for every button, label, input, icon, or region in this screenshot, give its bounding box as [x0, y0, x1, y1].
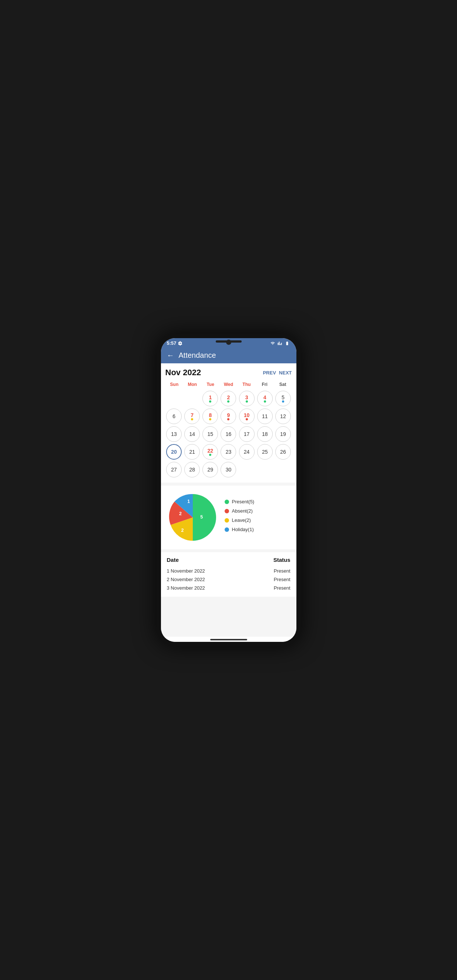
day-circle-16[interactable]: 16: [221, 426, 236, 442]
day-cell-20[interactable]: 20: [165, 443, 183, 460]
day-circle-13[interactable]: 13: [166, 426, 182, 442]
day-cell-11[interactable]: 11: [256, 408, 273, 425]
day-circle-17[interactable]: 17: [239, 426, 255, 442]
day-circle-27[interactable]: 27: [166, 462, 182, 477]
day-circle-21[interactable]: 21: [184, 444, 200, 460]
day-cell-4[interactable]: 4: [256, 390, 273, 407]
month-title: Nov 2022: [165, 368, 201, 377]
day-cell-2[interactable]: 2: [220, 390, 237, 407]
day-cell-17[interactable]: 17: [238, 426, 255, 442]
day-dot-5: [282, 400, 284, 402]
day-number-14: 14: [189, 431, 195, 437]
day-number-16: 16: [226, 431, 232, 437]
day-cell-12[interactable]: 12: [274, 408, 292, 425]
day-cell-19[interactable]: 19: [274, 426, 292, 442]
camera-notch: [226, 340, 231, 345]
day-cell-21[interactable]: 21: [184, 443, 201, 460]
day-cell-18[interactable]: 18: [256, 426, 273, 442]
day-cell-28[interactable]: 28: [184, 461, 201, 478]
day-number-2: 2: [227, 395, 230, 400]
next-button[interactable]: NEXT: [279, 370, 292, 375]
day-circle-14[interactable]: 14: [184, 426, 200, 442]
day-circle-6[interactable]: 6: [166, 409, 182, 424]
day-circle-4[interactable]: 4: [257, 391, 273, 406]
day-cell-1[interactable]: 1: [202, 390, 219, 407]
app-title: Attendance: [179, 351, 216, 360]
day-circle-20[interactable]: 20: [166, 444, 182, 460]
day-number-10: 10: [244, 413, 250, 418]
back-button[interactable]: ←: [167, 351, 174, 360]
day-dot-7: [191, 418, 193, 420]
pie-label-holiday: 1: [187, 499, 190, 504]
phone-frame: 5:57 ← Attendance: [157, 334, 301, 646]
legend-label-absent: Absent(2): [232, 508, 253, 514]
day-circle-2[interactable]: 2: [221, 391, 236, 406]
day-circle-15[interactable]: 15: [202, 426, 218, 442]
day-circle-19[interactable]: 19: [275, 426, 291, 442]
day-cell-24[interactable]: 24: [238, 443, 255, 460]
day-circle-7[interactable]: 7: [184, 409, 200, 424]
day-cell-22[interactable]: 22: [202, 443, 219, 460]
calendar-section: Nov 2022 PREV NEXT Sun Mon Tue Wed Thu F…: [161, 363, 297, 483]
day-dot-10: [246, 418, 248, 420]
day-circle-30[interactable]: 30: [221, 462, 236, 477]
day-number-27: 27: [171, 467, 177, 472]
day-number-23: 23: [226, 449, 232, 455]
day-cell-6[interactable]: 6: [165, 408, 183, 425]
day-circle-23[interactable]: 23: [221, 444, 236, 460]
day-cell-26[interactable]: 26: [274, 443, 292, 460]
day-number-18: 18: [262, 431, 268, 437]
day-cell-15[interactable]: 15: [202, 426, 219, 442]
list-row-2: 3 November 2022 Present: [167, 584, 290, 592]
day-cell-3[interactable]: 3: [238, 390, 255, 407]
day-circle-3[interactable]: 3: [239, 391, 255, 406]
day-circle-28[interactable]: 28: [184, 462, 200, 477]
day-circle-22[interactable]: 22: [202, 444, 218, 460]
main-content[interactable]: Nov 2022 PREV NEXT Sun Mon Tue Wed Thu F…: [161, 363, 297, 637]
legend-leave: Leave(2): [225, 517, 290, 523]
day-cell-9[interactable]: 9: [220, 408, 237, 425]
day-cell-16[interactable]: 16: [220, 426, 237, 442]
day-circle-24[interactable]: 24: [239, 444, 255, 460]
day-dot-8: [209, 418, 211, 420]
legend-holiday: Holiday(1): [225, 527, 290, 532]
day-circle-29[interactable]: 29: [202, 462, 218, 477]
weekday-sun: Sun: [165, 380, 184, 388]
list-status-0: Present: [274, 568, 290, 574]
day-circle-5[interactable]: 5: [275, 391, 291, 406]
day-cell-29[interactable]: 29: [202, 461, 219, 478]
day-cell-8[interactable]: 8: [202, 408, 219, 425]
day-cell-27[interactable]: 27: [165, 461, 183, 478]
day-cell-5[interactable]: 5: [274, 390, 292, 407]
day-cell-23[interactable]: 23: [220, 443, 237, 460]
phone-screen: 5:57 ← Attendance: [161, 338, 297, 642]
day-circle-8[interactable]: 8: [202, 409, 218, 424]
day-cell-7[interactable]: 7: [184, 408, 201, 425]
battery-icon: [284, 341, 290, 345]
weekday-tue: Tue: [201, 380, 219, 388]
day-number-20: 20: [171, 449, 177, 455]
day-circle-12[interactable]: 12: [275, 409, 291, 424]
status-column-header: Status: [273, 557, 290, 563]
day-cell-13[interactable]: 13: [165, 426, 183, 442]
weekday-wed: Wed: [219, 380, 238, 388]
chart-legend: Present(5) Absent(2) Leave(2) Holiday(1): [225, 499, 290, 536]
stats-section: 5 2 2 1 Present(5) Absent(2): [161, 485, 297, 549]
day-number-25: 25: [262, 449, 268, 455]
day-cell-14[interactable]: 14: [184, 426, 201, 442]
weekday-fri: Fri: [256, 380, 274, 388]
pie-chart: 5 2 2 1: [167, 492, 219, 543]
day-number-29: 29: [208, 467, 214, 472]
prev-button[interactable]: PREV: [263, 370, 276, 375]
day-circle-18[interactable]: 18: [257, 426, 273, 442]
day-circle-25[interactable]: 25: [257, 444, 273, 460]
day-circle-9[interactable]: 9: [221, 409, 236, 424]
day-number-1: 1: [209, 395, 212, 400]
day-circle-26[interactable]: 26: [275, 444, 291, 460]
day-cell-25[interactable]: 25: [256, 443, 273, 460]
day-circle-11[interactable]: 11: [257, 409, 273, 424]
day-circle-10[interactable]: 10: [239, 409, 255, 424]
day-cell-30[interactable]: 30: [220, 461, 237, 478]
day-cell-10[interactable]: 10: [238, 408, 255, 425]
day-circle-1[interactable]: 1: [202, 391, 218, 406]
